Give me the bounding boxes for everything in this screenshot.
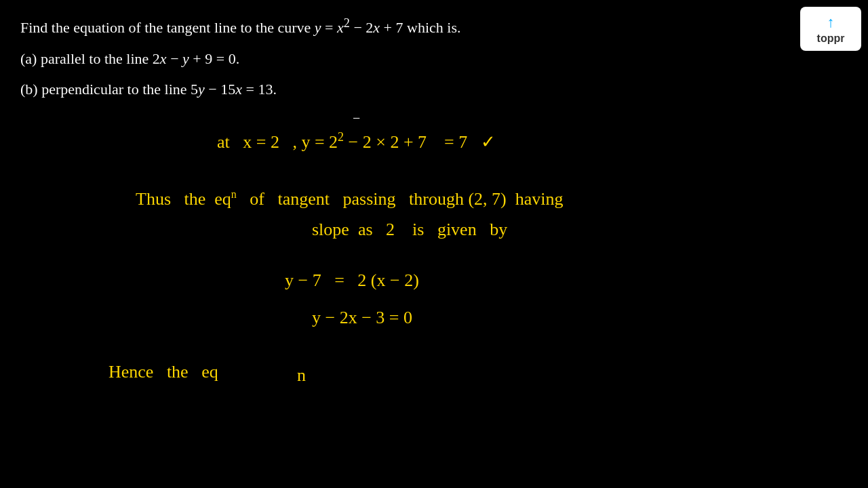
solution-line-thus: Thus the eqn of tangent passing through … [136,186,563,212]
solution-line-equation2: y − 2x − 3 = 0 [312,304,412,331]
separator-dash: − [353,108,360,128]
main-content: Find the equation of the tangent line to… [0,0,868,488]
solution-line-slope: slope as 2 is given by [312,216,507,243]
handwritten-solution: − at x = 2 , y = 22 − 2 × 2 + 7 = 7 ✓ Th… [20,108,848,413]
problem-part-a: (a) parallel to the line 2x − y + 9 = 0. [20,47,848,70]
problem-part-b: (b) perpendicular to the line 5y − 15x =… [20,77,848,101]
solution-line-x2: at x = 2 , y = 22 − 2 × 2 + 7 = 7 ✓ [217,128,496,155]
problem-main-text: Find the equation of the tangent line to… [20,14,848,40]
solution-line-hence: Hence the eq [108,359,218,385]
solution-line-equation1: y − 7 = 2 (x − 2) [285,267,419,293]
partial-text-cursor: n [297,365,306,386]
problem-statement: Find the equation of the tangent line to… [20,14,848,101]
